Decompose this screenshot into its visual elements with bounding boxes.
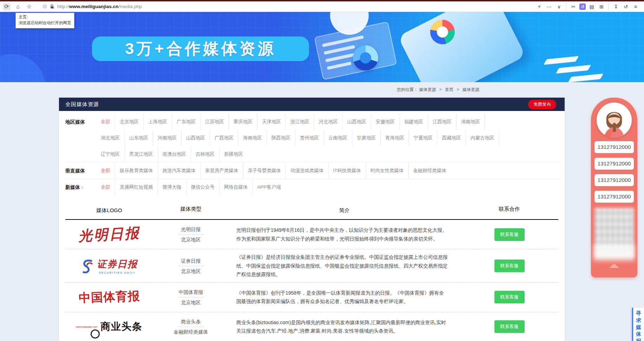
url-text[interactable]: http://www.meitiguanjias.cn/media.php bbox=[57, 4, 142, 9]
filter-option[interactable]: 广西地区 bbox=[210, 130, 238, 146]
tooltip-title: 主页: bbox=[19, 14, 71, 20]
media-type-cell: 商业头条金融财经类媒体 bbox=[153, 318, 229, 335]
contact-service-button[interactable]: 联系客服 bbox=[494, 260, 525, 272]
filter-option[interactable]: 安徽地区 bbox=[371, 114, 400, 130]
site-info-icon[interactable] bbox=[43, 5, 47, 8]
media-type-region: 北京地区 bbox=[181, 236, 201, 243]
filter-option[interactable]: 内蒙古地区 bbox=[466, 130, 499, 146]
undo-history-icon[interactable]: ↺ bbox=[622, 3, 630, 11]
apps-grid-icon[interactable]: ⊞ bbox=[598, 3, 605, 11]
reading-mode-icon[interactable]: ▤ bbox=[588, 3, 596, 11]
phone-number: 13127912000 bbox=[594, 174, 634, 186]
filter-option[interactable]: 亲子母婴类媒体 bbox=[243, 163, 286, 179]
screenshot-scissors-icon[interactable]: ✂ bbox=[570, 3, 577, 11]
filter-option[interactable]: 湖北地区 bbox=[96, 130, 125, 146]
translate-icon[interactable]: 译 bbox=[579, 4, 586, 10]
breadcrumb-link-media[interactable]: 媒体资源 bbox=[419, 87, 436, 92]
filter-option[interactable]: 新疆地区 bbox=[219, 146, 248, 162]
filter-option[interactable]: 全部 bbox=[96, 179, 115, 195]
contact-service-button[interactable]: 联系客服 bbox=[494, 320, 525, 333]
filter-option[interactable]: 甘肃地区 bbox=[352, 130, 381, 146]
filter-option[interactable]: 重庆地区 bbox=[229, 114, 257, 130]
filter-option[interactable]: 湖南地区 bbox=[456, 114, 485, 130]
table-row: www.biztoutiao.com 商业头条 商业头条金融财经类媒体商业头条(… bbox=[65, 312, 558, 341]
filter-option[interactable]: 河北地区 bbox=[314, 114, 343, 130]
filter-option[interactable]: 旅游汽车类媒体 bbox=[158, 163, 201, 179]
phone-number: 13127912000 bbox=[594, 158, 634, 170]
free-publish-button[interactable]: 免费发布 bbox=[528, 100, 556, 109]
filter-option[interactable]: 山东地区 bbox=[125, 130, 153, 146]
filter-option[interactable]: 海南地区 bbox=[238, 130, 267, 146]
favorites-icon[interactable]: ☆ bbox=[25, 3, 33, 11]
filter-option[interactable]: 家居房产类媒体 bbox=[201, 163, 243, 179]
filter-options: 全部直播网红短视频微博大咖微信公众号网络自媒体APP客户端 bbox=[96, 179, 511, 195]
filter-option[interactable]: 动漫游戏类媒体 bbox=[286, 163, 329, 179]
filter-option[interactable]: 江苏地区 bbox=[201, 114, 229, 130]
back-to-top-arrow-icon[interactable] bbox=[609, 263, 619, 268]
filter-option[interactable]: 北京地区 bbox=[115, 114, 144, 130]
filter-option[interactable]: 广东地区 bbox=[172, 114, 201, 130]
filter-option[interactable]: 直播网红短视频 bbox=[115, 179, 158, 195]
breadcrumb-current: 媒体资源 bbox=[462, 87, 479, 92]
svg-text:×: × bbox=[53, 6, 54, 9]
filter-group-label: 新媒体› bbox=[65, 179, 96, 195]
lightning-icon[interactable]: ⚡ bbox=[535, 3, 543, 11]
filter-option[interactable]: 辽宁地区 bbox=[96, 146, 125, 162]
filter-option[interactable]: IT科技类媒体 bbox=[329, 163, 366, 179]
media-intro: 《中国体育报》创刊于1958年，是全国唯一以体育新闻报道为主的日报。《中国体育报… bbox=[229, 289, 460, 306]
seek-media-coverage-char: 报 bbox=[636, 337, 641, 341]
media-logo-cell: 光明日报 bbox=[65, 225, 153, 244]
filter-option[interactable]: 网络自媒体 bbox=[219, 179, 253, 195]
filter-option[interactable]: 宁夏地区 bbox=[409, 130, 438, 146]
type-divider bbox=[178, 327, 204, 327]
filter-option[interactable]: 全部 bbox=[96, 114, 115, 130]
more-options-icon[interactable]: ⋯ bbox=[545, 3, 553, 11]
filter-option[interactable]: 江西地区 bbox=[428, 114, 456, 130]
filter-option[interactable]: 云南地区 bbox=[324, 130, 352, 146]
contact-service-button[interactable]: 联系客服 bbox=[494, 228, 525, 241]
address-bar[interactable]: × http://www.meitiguanjias.cn/media.php bbox=[39, 2, 440, 11]
reload-icon[interactable]: ⟳ bbox=[3, 3, 11, 11]
filter-option[interactable]: 青海地区 bbox=[381, 130, 409, 146]
type-divider bbox=[178, 297, 204, 297]
securities-daily-logo: 证券日报 SECURITIES DAILY bbox=[81, 258, 138, 274]
filter-option[interactable]: 陕西地区 bbox=[267, 130, 295, 146]
filter-option[interactable]: 贵州地区 bbox=[295, 130, 324, 146]
filter-option[interactable]: 天津地区 bbox=[257, 114, 286, 130]
header-media-type: 媒体类型 bbox=[153, 202, 229, 219]
business-toutiao-logo: www.biztoutiao.com 商业头条 bbox=[76, 320, 143, 333]
header-intro: 简介 bbox=[229, 202, 460, 219]
media-intro: 《证券日报》是经济日报报业集团主管主办的证券专业报纸。中国证监会指定披露上市公司… bbox=[229, 253, 460, 279]
filter-option[interactable]: 微博大咖 bbox=[158, 179, 186, 195]
breadcrumb-link-home[interactable]: 首页 bbox=[445, 87, 453, 92]
filter-option[interactable]: 港澳台地区 bbox=[158, 146, 191, 162]
insecure-lock-icon[interactable]: × bbox=[50, 4, 54, 9]
filter-option[interactable]: 山西地区 bbox=[182, 130, 210, 146]
filter-option[interactable]: 浙江地区 bbox=[286, 114, 314, 130]
table-row: 光明日报 光明日报北京地区光明日报创刊于1949年6月16日，是中共中央主办，以… bbox=[65, 220, 558, 249]
download-icon[interactable]: ↧ bbox=[612, 3, 620, 11]
filter-option[interactable]: 山西地区 bbox=[343, 114, 371, 130]
filter-option[interactable]: 上海地区 bbox=[144, 114, 172, 130]
header-media-logo: 媒体LOGO bbox=[65, 202, 153, 219]
filter-option[interactable]: 微信公众号 bbox=[186, 179, 220, 195]
filter-option[interactable]: 黑龙江地区 bbox=[125, 146, 158, 162]
filter-row: 地区媒体全部北京地区上海地区广东地区江苏地区重庆地区天津地区浙江地区河北地区山西… bbox=[65, 114, 561, 162]
filter-option[interactable]: 时尚女性类媒体 bbox=[366, 163, 409, 179]
filter-option[interactable]: 金融财经类媒体 bbox=[409, 163, 451, 179]
contact-service-button[interactable]: 联系客服 bbox=[494, 291, 525, 303]
media-type-cell: 光明日报北京地区 bbox=[153, 226, 229, 243]
filter-option[interactable]: 娱乐教育类媒体 bbox=[115, 163, 158, 179]
filter-option[interactable]: APP客户端 bbox=[253, 179, 286, 195]
home-icon[interactable]: ⌂ bbox=[14, 3, 22, 11]
filter-option[interactable]: 河南地区 bbox=[153, 130, 182, 146]
filter-option[interactable]: 福建地区 bbox=[400, 114, 428, 130]
filter-option[interactable]: 全部 bbox=[96, 163, 115, 179]
expand-toolbar-icon[interactable]: ∨ bbox=[555, 3, 563, 11]
filter-option[interactable]: 吉林地区 bbox=[191, 146, 219, 162]
menu-icon[interactable]: ≡ bbox=[632, 3, 639, 11]
seek-media-coverage-tab[interactable]: 寻求媒体报道 bbox=[632, 308, 644, 341]
filter-option[interactable]: 西藏地区 bbox=[438, 130, 466, 146]
filters: 地区媒体全部北京地区上海地区广东地区江苏地区重庆地区天津地区浙江地区河北地区山西… bbox=[59, 111, 565, 197]
guangming-daily-logo: 光明日报 bbox=[78, 225, 140, 244]
